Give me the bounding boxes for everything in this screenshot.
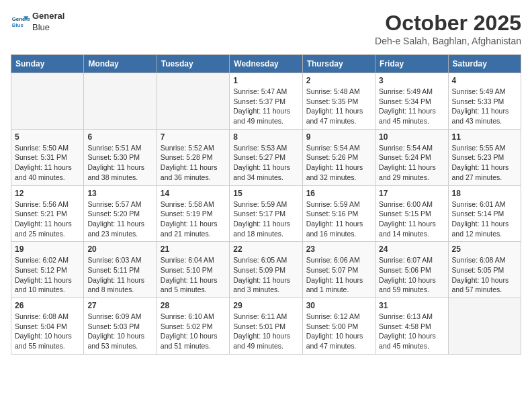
day-number: 13 xyxy=(87,189,152,198)
day-number: 3 xyxy=(379,76,444,85)
day-info: Sunrise: 5:56 AM Sunset: 5:21 PM Dayligh… xyxy=(15,199,80,239)
calendar-cell: 30Sunrise: 6:12 AM Sunset: 5:00 PM Dayli… xyxy=(302,298,375,355)
day-number: 22 xyxy=(233,244,298,254)
day-number: 23 xyxy=(306,244,371,254)
calendar-cell: 4Sunrise: 5:49 AM Sunset: 5:33 PM Daylig… xyxy=(448,73,521,130)
location: Deh-e Salah, Baghlan, Afghanistan xyxy=(375,36,521,46)
day-info: Sunrise: 6:01 AM Sunset: 5:14 PM Dayligh… xyxy=(452,199,517,239)
calendar-cell: 18Sunrise: 6:01 AM Sunset: 5:14 PM Dayli… xyxy=(448,185,521,242)
day-info: Sunrise: 6:02 AM Sunset: 5:12 PM Dayligh… xyxy=(15,255,80,295)
day-number: 30 xyxy=(306,301,371,310)
weekday-header-friday: Friday xyxy=(375,55,448,73)
day-number: 9 xyxy=(306,132,371,142)
day-number: 31 xyxy=(379,301,444,310)
calendar-cell: 17Sunrise: 6:00 AM Sunset: 5:15 PM Dayli… xyxy=(375,185,448,242)
calendar-cell: 28Sunrise: 6:10 AM Sunset: 5:02 PM Dayli… xyxy=(157,298,229,355)
day-number: 24 xyxy=(379,244,444,254)
calendar-cell: 8Sunrise: 5:53 AM Sunset: 5:27 PM Daylig… xyxy=(230,129,302,185)
month-title: October 2025 xyxy=(375,11,521,36)
day-info: Sunrise: 6:05 AM Sunset: 5:09 PM Dayligh… xyxy=(233,255,298,295)
page-header: General Blue General Blue October 2025 D… xyxy=(11,11,521,46)
day-number: 6 xyxy=(87,132,152,142)
day-info: Sunrise: 5:47 AM Sunset: 5:37 PM Dayligh… xyxy=(233,87,298,126)
calendar-cell: 2Sunrise: 5:48 AM Sunset: 5:35 PM Daylig… xyxy=(302,73,375,130)
calendar-cell: 22Sunrise: 6:05 AM Sunset: 5:09 PM Dayli… xyxy=(230,242,302,298)
day-info: Sunrise: 6:00 AM Sunset: 5:15 PM Dayligh… xyxy=(379,199,444,239)
day-number: 27 xyxy=(87,301,152,310)
calendar-cell: 12Sunrise: 5:56 AM Sunset: 5:21 PM Dayli… xyxy=(11,185,84,242)
day-number: 10 xyxy=(379,132,444,142)
calendar-cell: 14Sunrise: 5:58 AM Sunset: 5:19 PM Dayli… xyxy=(157,185,229,242)
day-info: Sunrise: 5:54 AM Sunset: 5:24 PM Dayligh… xyxy=(379,143,444,183)
calendar-week-2: 5Sunrise: 5:50 AM Sunset: 5:31 PM Daylig… xyxy=(11,129,521,185)
logo-text: General Blue xyxy=(32,11,64,34)
day-number: 16 xyxy=(306,189,371,198)
day-info: Sunrise: 5:49 AM Sunset: 5:33 PM Dayligh… xyxy=(452,87,517,126)
day-info: Sunrise: 5:57 AM Sunset: 5:20 PM Dayligh… xyxy=(87,199,152,239)
day-number: 25 xyxy=(452,244,517,254)
day-number: 8 xyxy=(233,132,298,142)
day-info: Sunrise: 5:52 AM Sunset: 5:28 PM Dayligh… xyxy=(161,143,226,183)
day-info: Sunrise: 6:08 AM Sunset: 5:05 PM Dayligh… xyxy=(452,255,517,295)
calendar-cell: 13Sunrise: 5:57 AM Sunset: 5:20 PM Dayli… xyxy=(84,185,157,242)
day-number: 20 xyxy=(87,244,152,254)
calendar-cell: 1Sunrise: 5:47 AM Sunset: 5:37 PM Daylig… xyxy=(230,73,302,130)
day-info: Sunrise: 6:12 AM Sunset: 5:00 PM Dayligh… xyxy=(306,312,371,351)
calendar-cell xyxy=(157,73,229,130)
calendar-cell xyxy=(448,298,521,355)
day-info: Sunrise: 6:11 AM Sunset: 5:01 PM Dayligh… xyxy=(233,312,298,351)
day-number: 1 xyxy=(233,76,298,85)
day-info: Sunrise: 6:09 AM Sunset: 5:03 PM Dayligh… xyxy=(87,312,152,351)
calendar-cell: 11Sunrise: 5:55 AM Sunset: 5:23 PM Dayli… xyxy=(448,129,521,185)
day-info: Sunrise: 5:53 AM Sunset: 5:27 PM Dayligh… xyxy=(233,143,298,183)
day-info: Sunrise: 6:07 AM Sunset: 5:06 PM Dayligh… xyxy=(379,255,444,295)
calendar-week-1: 1Sunrise: 5:47 AM Sunset: 5:37 PM Daylig… xyxy=(11,73,521,130)
calendar-header-row: SundayMondayTuesdayWednesdayThursdayFrid… xyxy=(11,55,521,73)
day-number: 4 xyxy=(452,76,517,85)
day-info: Sunrise: 5:59 AM Sunset: 5:16 PM Dayligh… xyxy=(306,199,371,239)
calendar-cell: 5Sunrise: 5:50 AM Sunset: 5:31 PM Daylig… xyxy=(11,129,84,185)
day-info: Sunrise: 5:49 AM Sunset: 5:34 PM Dayligh… xyxy=(379,87,444,126)
calendar-cell: 21Sunrise: 6:04 AM Sunset: 5:10 PM Dayli… xyxy=(157,242,229,298)
calendar-week-5: 26Sunrise: 6:08 AM Sunset: 5:04 PM Dayli… xyxy=(11,298,521,355)
calendar-week-3: 12Sunrise: 5:56 AM Sunset: 5:21 PM Dayli… xyxy=(11,185,521,242)
calendar-cell: 26Sunrise: 6:08 AM Sunset: 5:04 PM Dayli… xyxy=(11,298,84,355)
day-info: Sunrise: 6:04 AM Sunset: 5:10 PM Dayligh… xyxy=(161,255,226,295)
weekday-header-monday: Monday xyxy=(84,55,157,73)
svg-text:Blue: Blue xyxy=(12,22,24,28)
calendar-cell: 7Sunrise: 5:52 AM Sunset: 5:28 PM Daylig… xyxy=(157,129,229,185)
day-number: 21 xyxy=(161,244,226,254)
day-number: 2 xyxy=(306,76,371,85)
calendar-cell: 6Sunrise: 5:51 AM Sunset: 5:30 PM Daylig… xyxy=(84,129,157,185)
logo-line2: Blue xyxy=(32,22,64,34)
calendar-cell xyxy=(11,73,84,130)
day-number: 12 xyxy=(15,189,80,198)
day-number: 17 xyxy=(379,189,444,198)
calendar-cell: 24Sunrise: 6:07 AM Sunset: 5:06 PM Dayli… xyxy=(375,242,448,298)
day-number: 26 xyxy=(15,301,80,310)
day-number: 5 xyxy=(15,132,80,142)
day-number: 11 xyxy=(452,132,517,142)
day-info: Sunrise: 5:48 AM Sunset: 5:35 PM Dayligh… xyxy=(306,87,371,126)
calendar-cell: 19Sunrise: 6:02 AM Sunset: 5:12 PM Dayli… xyxy=(11,242,84,298)
day-number: 14 xyxy=(161,189,226,198)
title-block: October 2025 Deh-e Salah, Baghlan, Afgha… xyxy=(375,11,521,46)
calendar-table: SundayMondayTuesdayWednesdayThursdayFrid… xyxy=(11,54,521,355)
calendar-cell: 3Sunrise: 5:49 AM Sunset: 5:34 PM Daylig… xyxy=(375,73,448,130)
day-info: Sunrise: 5:59 AM Sunset: 5:17 PM Dayligh… xyxy=(233,199,298,239)
day-info: Sunrise: 6:08 AM Sunset: 5:04 PM Dayligh… xyxy=(15,312,80,351)
weekday-header-saturday: Saturday xyxy=(448,55,521,73)
calendar-cell xyxy=(84,73,157,130)
day-number: 19 xyxy=(15,244,80,254)
day-number: 7 xyxy=(161,132,226,142)
weekday-header-sunday: Sunday xyxy=(11,55,84,73)
day-info: Sunrise: 5:55 AM Sunset: 5:23 PM Dayligh… xyxy=(452,143,517,183)
weekday-header-wednesday: Wednesday xyxy=(230,55,302,73)
calendar-cell: 31Sunrise: 6:13 AM Sunset: 4:58 PM Dayli… xyxy=(375,298,448,355)
calendar-week-4: 19Sunrise: 6:02 AM Sunset: 5:12 PM Dayli… xyxy=(11,242,521,298)
day-info: Sunrise: 6:03 AM Sunset: 5:11 PM Dayligh… xyxy=(87,255,152,295)
calendar-cell: 20Sunrise: 6:03 AM Sunset: 5:11 PM Dayli… xyxy=(84,242,157,298)
day-info: Sunrise: 5:54 AM Sunset: 5:26 PM Dayligh… xyxy=(306,143,371,183)
calendar-cell: 25Sunrise: 6:08 AM Sunset: 5:05 PM Dayli… xyxy=(448,242,521,298)
day-number: 18 xyxy=(452,189,517,198)
